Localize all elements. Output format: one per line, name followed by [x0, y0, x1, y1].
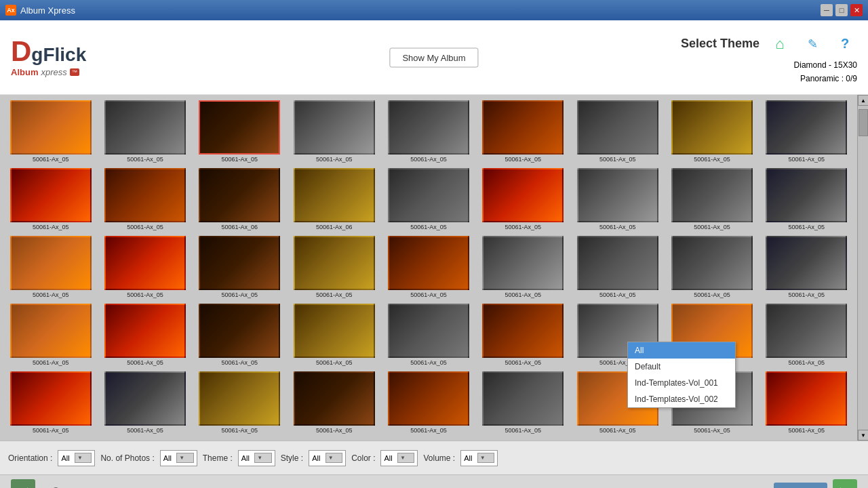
thumbnail-image: [294, 236, 375, 290]
thumbnail-item[interactable]: 50061-Ax_05: [667, 100, 757, 164]
home-button[interactable]: ⌂: [768, 32, 792, 56]
orientation-label: Orientation :: [8, 453, 52, 463]
thumbnail-item[interactable]: 50061-Ax_05: [289, 304, 379, 367]
scroll-down-arrow[interactable]: ▼: [858, 430, 868, 441]
help-button[interactable]: ?: [833, 32, 857, 56]
thumbnail-item[interactable]: 50061-Ax_05: [762, 100, 852, 164]
thumbnail-image: [10, 236, 92, 290]
volume-dropdown-arrow: ▼: [477, 453, 495, 463]
thumbnail-image: [388, 100, 469, 155]
thumbnail-item[interactable]: 50061-Ax_05: [195, 304, 285, 367]
scroll-track: [858, 106, 868, 430]
orientation-select[interactable]: All ▼: [58, 450, 95, 466]
prev-button[interactable]: ◀: [11, 479, 35, 489]
app-title: Album Xpress: [20, 5, 75, 16]
scrollbar[interactable]: ▲ ▼: [857, 95, 868, 441]
thumbnail-item[interactable]: 50061-Ax_06: [289, 168, 379, 232]
orientation-value: All: [61, 454, 73, 462]
thumbnail-image: [10, 100, 92, 155]
zoom-button[interactable]: ⊕: [43, 479, 68, 489]
thumbnail-item[interactable]: 50061-Ax_05: [762, 371, 852, 435]
thumbnail-label: 50061-Ax_05: [694, 224, 730, 230]
volume-select[interactable]: All ▼: [460, 450, 498, 466]
thumbnail-item[interactable]: 50061-Ax_05: [195, 236, 285, 300]
thumbnail-label: 50061-Ax_05: [789, 291, 825, 298]
show-album-button[interactable]: Show My Album: [389, 47, 478, 67]
thumbnail-item[interactable]: 50061-Ax_05: [5, 236, 96, 300]
thumbnail-item[interactable]: 50061-Ax_05: [100, 236, 190, 300]
thumbnail-item[interactable]: 50061-Ax_05: [478, 236, 568, 300]
maximize-button[interactable]: □: [835, 4, 848, 16]
logo-subtitle: Album xpress ™: [11, 67, 86, 77]
thumbnail-label: 50061-Ax_05: [33, 359, 69, 366]
scroll-up-arrow[interactable]: ▲: [858, 95, 868, 106]
thumbnail-item[interactable]: 50061-Ax_05: [762, 304, 852, 367]
volume-value: All: [464, 454, 476, 462]
minimize-button[interactable]: ─: [821, 4, 833, 16]
thumbnail-item[interactable]: 50061-Ax_05: [572, 236, 663, 300]
theme-dropdown-arrow: ▼: [254, 453, 272, 463]
volume-dropdown-item[interactable]: Default: [628, 359, 735, 375]
thumbnail-item[interactable]: 50061-Ax_05: [383, 236, 473, 300]
thumbnail-image: [199, 304, 280, 358]
orientation-dropdown-arrow: ▼: [75, 453, 92, 463]
thumbnail-item[interactable]: 50061-Ax_05: [383, 304, 473, 367]
theme-select[interactable]: All ▼: [238, 450, 275, 466]
volume-dropdown-item[interactable]: Ind-Templates-Vol_002: [628, 391, 735, 407]
no-of-photos-select[interactable]: All ▼: [160, 450, 197, 466]
zoom-icon: ⊕: [50, 483, 62, 489]
thumbnail-image: [104, 236, 186, 290]
thumbnail-item[interactable]: 50061-Ax_05: [383, 371, 473, 435]
style-dropdown-arrow: ▼: [326, 453, 343, 463]
volume-dropdown-item[interactable]: All: [628, 342, 735, 359]
thumbnail-label: 50061-Ax_05: [222, 156, 258, 163]
scroll-thumb[interactable]: [859, 109, 868, 136]
edit-button[interactable]: ✎: [800, 32, 825, 56]
style-select[interactable]: All ▼: [309, 450, 346, 466]
thumbnail-item[interactable]: 50061-Ax_05: [383, 100, 473, 164]
thumbnail-item[interactable]: 50061-Ax_06: [195, 168, 285, 232]
filter-bar: Orientation : All ▼ No. of Photos : All …: [0, 441, 868, 474]
thumbnail-item[interactable]: 50061-Ax_05: [383, 168, 473, 232]
thumbnail-item[interactable]: 50061-Ax_05: [478, 100, 568, 164]
thumbnail-image: [104, 100, 186, 155]
thumbnail-label: 50061-Ax_05: [410, 291, 447, 298]
thumbnail-item[interactable]: 50061-Ax_05: [195, 371, 285, 435]
theme-label: Theme :: [203, 453, 233, 463]
thumbnail-item[interactable]: 50061-Ax_05: [572, 168, 663, 232]
thumbnail-item[interactable]: 50061-Ax_05: [195, 100, 285, 164]
thumbnail-item[interactable]: 50061-Ax_05: [667, 168, 757, 232]
close-button[interactable]: ✕: [850, 4, 863, 16]
thumbnail-image: [199, 236, 280, 290]
thumbnail-item[interactable]: 50061-Ax_05: [762, 168, 852, 232]
thumbnail-item[interactable]: 50061-Ax_05: [572, 100, 663, 164]
next-button[interactable]: ▶: [833, 479, 857, 489]
thumbnail-item[interactable]: 50061-Ax_05: [5, 371, 96, 435]
thumbnail-item[interactable]: 50061-Ax_05: [478, 371, 568, 435]
volume-dropdown-item[interactable]: Ind-Templates-Vol_001: [628, 375, 735, 391]
header: D gFlick Album xpress ™ Show My Album Se…: [0, 20, 868, 95]
thumbnail-item[interactable]: 50061-Ax_05: [289, 236, 379, 300]
thumbnail-label: 50061-Ax_05: [694, 291, 730, 298]
wizard-button[interactable]: p Wizard: [774, 483, 827, 489]
thumbnail-item[interactable]: 50061-Ax_05: [5, 100, 96, 164]
thumbnail-item[interactable]: 50061-Ax_05: [289, 100, 379, 164]
thumbnail-item[interactable]: 50061-Ax_05: [478, 304, 568, 367]
thumbnail-item[interactable]: 50061-Ax_05: [100, 371, 190, 435]
thumbnail-label: 50061-Ax_05: [410, 224, 447, 230]
thumbnail-item[interactable]: 50061-Ax_05: [5, 304, 96, 367]
logo-area: D gFlick Album xpress ™: [11, 37, 86, 77]
thumbnail-item[interactable]: 50061-Ax_05: [5, 168, 96, 232]
thumbnail-label: 50061-Ax_05: [316, 291, 353, 298]
thumbnail-image: [577, 100, 658, 155]
thumbnail-item[interactable]: 50061-Ax_05: [100, 100, 190, 164]
thumbnail-item[interactable]: 50061-Ax_05: [100, 168, 190, 232]
thumbnail-item[interactable]: 50061-Ax_05: [478, 168, 568, 232]
thumbnail-image: [199, 371, 280, 426]
color-select[interactable]: All ▼: [380, 450, 418, 466]
thumbnail-item[interactable]: 50061-Ax_05: [100, 304, 190, 367]
thumbnail-image: [388, 168, 469, 222]
thumbnail-item[interactable]: 50061-Ax_05: [762, 236, 852, 300]
thumbnail-item[interactable]: 50061-Ax_05: [289, 371, 379, 435]
thumbnail-item[interactable]: 50061-Ax_05: [667, 236, 757, 300]
